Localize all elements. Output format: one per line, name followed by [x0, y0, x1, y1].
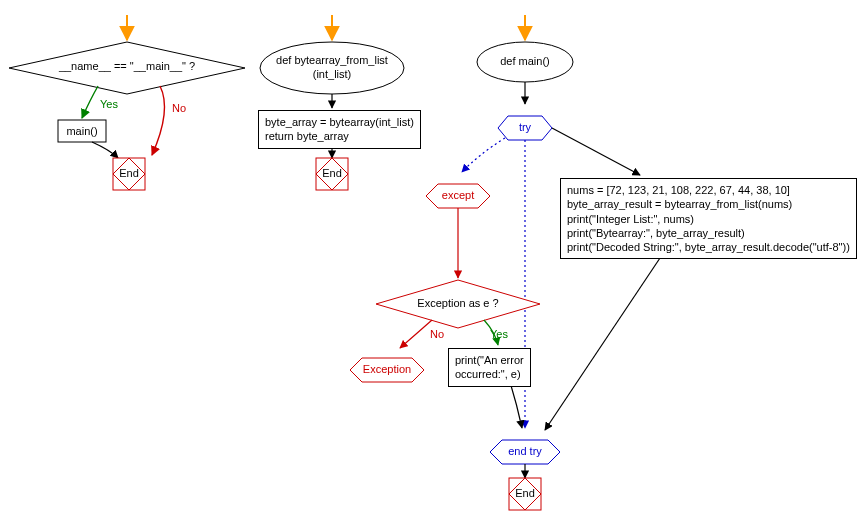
try-node: [498, 116, 552, 140]
svg-rect-1: [113, 158, 145, 190]
process-error-print: print("An error occurred:", e): [448, 348, 531, 387]
end-try-node: [490, 440, 560, 464]
process-bytearray-body: byte_array = bytearray(int_list) return …: [258, 110, 421, 149]
svg-rect-12: [509, 478, 541, 510]
terminator-end-3: [509, 478, 541, 510]
terminator-end-2: [316, 158, 348, 190]
decision-exception-as-e: [376, 280, 540, 328]
start-def-main: [477, 42, 573, 82]
process-main-call: [58, 120, 106, 142]
except-node: [426, 184, 490, 208]
exception-reraise: [350, 358, 424, 382]
start-def-bytearray: [260, 42, 404, 94]
process-try-body: nums = [72, 123, 21, 108, 222, 67, 44, 3…: [560, 178, 857, 259]
svg-rect-6: [316, 158, 348, 190]
decision-name-main: [9, 42, 245, 94]
terminator-end-1: [113, 158, 145, 190]
flowchart-canvas: [0, 0, 861, 521]
